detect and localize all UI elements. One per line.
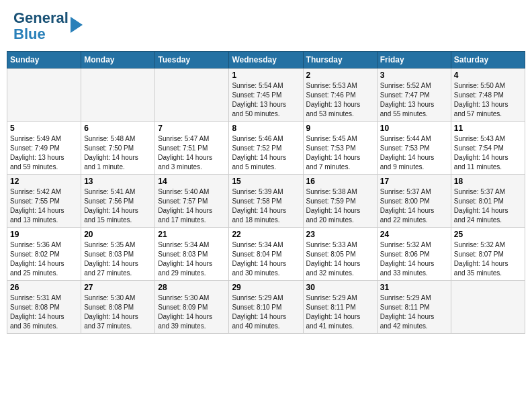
day-cell: 21Sunrise: 5:34 AMSunset: 8:03 PMDayligh… <box>155 228 229 281</box>
day-cell: 24Sunrise: 5:32 AMSunset: 8:06 PMDayligh… <box>377 228 451 281</box>
day-info: Sunrise: 5:46 AMSunset: 7:52 PMDaylight:… <box>232 134 300 172</box>
week-row-5: 26Sunrise: 5:31 AMSunset: 8:08 PMDayligh… <box>7 281 525 334</box>
header-day-tuesday: Tuesday <box>155 52 229 68</box>
calendar-header: SundayMondayTuesdayWednesdayThursdayFrid… <box>7 52 525 68</box>
day-number: 10 <box>380 124 448 133</box>
day-cell: 14Sunrise: 5:40 AMSunset: 7:57 PMDayligh… <box>155 175 229 228</box>
day-cell: 13Sunrise: 5:41 AMSunset: 7:56 PMDayligh… <box>81 175 155 228</box>
day-number: 27 <box>84 283 152 292</box>
day-info: Sunrise: 5:36 AMSunset: 8:02 PMDaylight:… <box>10 240 78 278</box>
day-number: 4 <box>454 71 522 80</box>
day-info: Sunrise: 5:48 AMSunset: 7:50 PMDaylight:… <box>84 134 152 172</box>
day-cell: 5Sunrise: 5:49 AMSunset: 7:49 PMDaylight… <box>7 122 81 175</box>
day-cell: 31Sunrise: 5:29 AMSunset: 8:11 PMDayligh… <box>377 281 451 334</box>
day-info: Sunrise: 5:45 AMSunset: 7:53 PMDaylight:… <box>306 134 374 172</box>
day-cell: 18Sunrise: 5:37 AMSunset: 8:01 PMDayligh… <box>451 175 525 228</box>
day-number: 24 <box>380 230 448 239</box>
day-info: Sunrise: 5:29 AMSunset: 8:10 PMDaylight:… <box>232 293 300 331</box>
day-number: 9 <box>306 124 374 133</box>
day-cell: 20Sunrise: 5:35 AMSunset: 8:03 PMDayligh… <box>81 228 155 281</box>
day-cell: 15Sunrise: 5:39 AMSunset: 7:58 PMDayligh… <box>229 175 303 228</box>
day-cell: 9Sunrise: 5:45 AMSunset: 7:53 PMDaylight… <box>303 122 377 175</box>
logo-arrow-icon <box>71 17 83 33</box>
day-cell: 7Sunrise: 5:47 AMSunset: 7:51 PMDaylight… <box>155 122 229 175</box>
day-cell: 28Sunrise: 5:30 AMSunset: 8:09 PMDayligh… <box>155 281 229 334</box>
day-number: 18 <box>454 177 522 186</box>
day-info: Sunrise: 5:41 AMSunset: 7:56 PMDaylight:… <box>84 187 152 225</box>
day-cell <box>7 68 81 122</box>
page-header: GeneralBlue <box>7 7 525 46</box>
header-day-friday: Friday <box>377 52 451 68</box>
day-info: Sunrise: 5:37 AMSunset: 8:00 PMDaylight:… <box>380 187 448 225</box>
day-number: 26 <box>10 283 78 292</box>
calendar-table: SundayMondayTuesdayWednesdayThursdayFrid… <box>7 51 525 334</box>
day-info: Sunrise: 5:37 AMSunset: 8:01 PMDaylight:… <box>454 187 522 225</box>
week-row-3: 12Sunrise: 5:42 AMSunset: 7:55 PMDayligh… <box>7 175 525 228</box>
day-info: Sunrise: 5:43 AMSunset: 7:54 PMDaylight:… <box>454 134 522 172</box>
day-cell: 25Sunrise: 5:32 AMSunset: 8:07 PMDayligh… <box>451 228 525 281</box>
day-number: 1 <box>232 71 300 80</box>
day-number: 15 <box>232 177 300 186</box>
day-cell: 27Sunrise: 5:30 AMSunset: 8:08 PMDayligh… <box>81 281 155 334</box>
day-cell: 23Sunrise: 5:33 AMSunset: 8:05 PMDayligh… <box>303 228 377 281</box>
day-info: Sunrise: 5:40 AMSunset: 7:57 PMDaylight:… <box>158 187 226 225</box>
day-cell: 3Sunrise: 5:52 AMSunset: 7:47 PMDaylight… <box>377 68 451 122</box>
week-row-1: 1Sunrise: 5:54 AMSunset: 7:45 PMDaylight… <box>7 68 525 122</box>
day-number: 8 <box>232 124 300 133</box>
day-info: Sunrise: 5:30 AMSunset: 8:09 PMDaylight:… <box>158 293 226 331</box>
day-cell: 22Sunrise: 5:34 AMSunset: 8:04 PMDayligh… <box>229 228 303 281</box>
day-number: 12 <box>10 177 78 186</box>
day-cell: 30Sunrise: 5:29 AMSunset: 8:11 PMDayligh… <box>303 281 377 334</box>
day-info: Sunrise: 5:31 AMSunset: 8:08 PMDaylight:… <box>10 293 78 331</box>
day-number: 7 <box>158 124 226 133</box>
day-cell: 11Sunrise: 5:43 AMSunset: 7:54 PMDayligh… <box>451 122 525 175</box>
day-number: 25 <box>454 230 522 239</box>
day-number: 14 <box>158 177 226 186</box>
day-info: Sunrise: 5:50 AMSunset: 7:48 PMDaylight:… <box>454 81 522 119</box>
day-number: 17 <box>380 177 448 186</box>
day-info: Sunrise: 5:54 AMSunset: 7:45 PMDaylight:… <box>232 81 300 119</box>
day-info: Sunrise: 5:38 AMSunset: 7:59 PMDaylight:… <box>306 187 374 225</box>
day-info: Sunrise: 5:33 AMSunset: 8:05 PMDaylight:… <box>306 240 374 278</box>
day-cell: 29Sunrise: 5:29 AMSunset: 8:10 PMDayligh… <box>229 281 303 334</box>
header-day-saturday: Saturday <box>451 52 525 68</box>
day-info: Sunrise: 5:34 AMSunset: 8:04 PMDaylight:… <box>232 240 300 278</box>
header-day-sunday: Sunday <box>7 52 81 68</box>
day-info: Sunrise: 5:32 AMSunset: 8:06 PMDaylight:… <box>380 240 448 278</box>
day-number: 22 <box>232 230 300 239</box>
day-cell: 16Sunrise: 5:38 AMSunset: 7:59 PMDayligh… <box>303 175 377 228</box>
day-cell: 1Sunrise: 5:54 AMSunset: 7:45 PMDaylight… <box>229 68 303 122</box>
header-row: SundayMondayTuesdayWednesdayThursdayFrid… <box>7 52 525 68</box>
day-cell: 8Sunrise: 5:46 AMSunset: 7:52 PMDaylight… <box>229 122 303 175</box>
header-day-thursday: Thursday <box>303 52 377 68</box>
day-number: 31 <box>380 283 448 292</box>
header-day-monday: Monday <box>81 52 155 68</box>
day-cell: 10Sunrise: 5:44 AMSunset: 7:53 PMDayligh… <box>377 122 451 175</box>
header-day-wednesday: Wednesday <box>229 52 303 68</box>
day-info: Sunrise: 5:53 AMSunset: 7:46 PMDaylight:… <box>306 81 374 119</box>
day-number: 28 <box>158 283 226 292</box>
day-info: Sunrise: 5:29 AMSunset: 8:11 PMDaylight:… <box>306 293 374 331</box>
day-number: 2 <box>306 71 374 80</box>
day-number: 20 <box>84 230 152 239</box>
day-number: 30 <box>306 283 374 292</box>
day-number: 19 <box>10 230 78 239</box>
day-number: 16 <box>306 177 374 186</box>
day-cell: 17Sunrise: 5:37 AMSunset: 8:00 PMDayligh… <box>377 175 451 228</box>
day-info: Sunrise: 5:47 AMSunset: 7:51 PMDaylight:… <box>158 134 226 172</box>
day-number: 21 <box>158 230 226 239</box>
week-row-4: 19Sunrise: 5:36 AMSunset: 8:02 PMDayligh… <box>7 228 525 281</box>
day-cell <box>451 281 525 334</box>
day-info: Sunrise: 5:30 AMSunset: 8:08 PMDaylight:… <box>84 293 152 331</box>
day-info: Sunrise: 5:29 AMSunset: 8:11 PMDaylight:… <box>380 293 448 331</box>
day-cell <box>155 68 229 122</box>
day-info: Sunrise: 5:44 AMSunset: 7:53 PMDaylight:… <box>380 134 448 172</box>
day-number: 23 <box>306 230 374 239</box>
day-cell: 26Sunrise: 5:31 AMSunset: 8:08 PMDayligh… <box>7 281 81 334</box>
calendar-body: 1Sunrise: 5:54 AMSunset: 7:45 PMDaylight… <box>7 68 525 334</box>
week-row-2: 5Sunrise: 5:49 AMSunset: 7:49 PMDaylight… <box>7 122 525 175</box>
day-cell: 4Sunrise: 5:50 AMSunset: 7:48 PMDaylight… <box>451 68 525 122</box>
day-number: 29 <box>232 283 300 292</box>
day-info: Sunrise: 5:49 AMSunset: 7:49 PMDaylight:… <box>10 134 78 172</box>
day-info: Sunrise: 5:32 AMSunset: 8:07 PMDaylight:… <box>454 240 522 278</box>
